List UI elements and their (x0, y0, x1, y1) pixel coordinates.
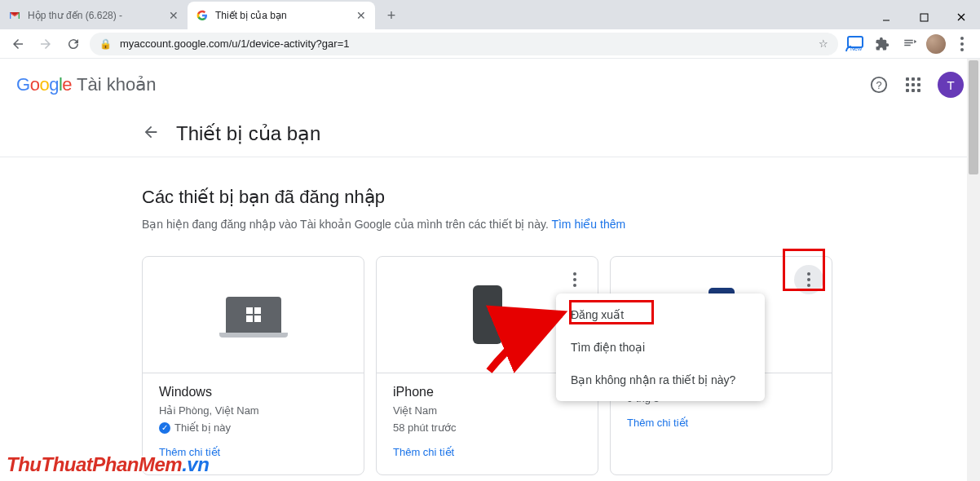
svg-rect-2 (920, 14, 928, 21)
section-title: Các thiết bị bạn đã đăng nhập (142, 187, 825, 208)
reading-list-icon[interactable] (898, 33, 921, 55)
omnibox[interactable]: 🔒 myaccount.google.com/u/1/device-activi… (90, 33, 838, 55)
window-controls (867, 5, 980, 29)
page-title: Thiết bị của bạn (176, 122, 320, 145)
close-window-button[interactable] (942, 5, 980, 29)
bookmark-star-icon[interactable]: ☆ (819, 38, 828, 50)
gmail-icon (8, 9, 21, 22)
learn-more-link[interactable]: Tìm hiểu thêm (551, 218, 625, 231)
menu-item-sign-out[interactable]: Đăng xuất (556, 298, 765, 331)
forward-button[interactable] (34, 33, 57, 55)
tab-title: Hộp thư đến (6.628) - (28, 10, 161, 21)
google-logo[interactable]: Google (16, 74, 72, 95)
device-name: Windows (159, 385, 347, 399)
extensions-icon[interactable] (871, 33, 894, 55)
device-last-active: 58 phút trước (393, 421, 581, 435)
url-text: myaccount.google.com/u/1/device-activity… (120, 38, 810, 50)
back-button[interactable] (7, 33, 29, 55)
minimize-button[interactable] (867, 5, 905, 29)
google-g-icon (196, 9, 209, 22)
device-card-windows[interactable]: Windows Hải Phòng, Việt Nam ✓ Thiết bị n… (142, 256, 364, 475)
device-illustration (143, 257, 364, 373)
more-details-link[interactable]: Thêm chi tiết (393, 446, 581, 458)
close-icon[interactable]: ✕ (168, 10, 179, 21)
scrollbar-thumb[interactable] (969, 60, 978, 174)
back-arrow-icon[interactable] (142, 123, 160, 145)
account-avatar[interactable]: T (938, 72, 964, 98)
address-bar: 🔒 myaccount.google.com/u/1/device-activi… (0, 29, 980, 59)
laptop-icon (226, 297, 281, 333)
close-icon[interactable]: ✕ (355, 10, 367, 21)
tab-gmail[interactable]: Hộp thư đến (6.628) - ✕ (0, 2, 188, 29)
svg-text:New: New (850, 46, 863, 51)
maximize-button[interactable] (905, 5, 942, 29)
watermark: ThuThuatPhanMem.vn ThuThuatPhanMem.vn (7, 453, 209, 476)
help-icon[interactable]: ? (869, 75, 889, 95)
device-menu-button[interactable] (560, 265, 589, 294)
apps-grid-icon[interactable] (903, 75, 923, 95)
svg-text:?: ? (876, 79, 881, 91)
page-title-row: Thiết bị của bạn (0, 111, 980, 157)
product-name: Tài khoản (77, 74, 156, 95)
browser-titlebar: Hộp thư đến (6.628) - ✕ Thiết bị của bạn… (0, 0, 980, 29)
cast-extension-icon[interactable]: New (843, 33, 866, 55)
device-menu-button[interactable] (794, 265, 823, 294)
device-location: Hải Phòng, Việt Nam (159, 404, 347, 418)
menu-item-not-recognize[interactable]: Bạn không nhận ra thiết bị này? (556, 364, 765, 396)
check-icon: ✓ (159, 422, 170, 434)
chrome-menu-icon[interactable] (951, 33, 973, 55)
device-action-menu: Đăng xuất Tìm điện thoại Bạn không nhận … (556, 293, 765, 401)
more-details-link[interactable]: Thêm chi tiết (627, 417, 815, 429)
this-device-badge: ✓ Thiết bị này (159, 421, 347, 435)
menu-item-find-phone[interactable]: Tìm điện thoại (556, 331, 765, 364)
lock-icon: 🔒 (99, 38, 112, 50)
tab-devices[interactable]: Thiết bị của bạn ✕ (188, 2, 375, 29)
tab-title: Thiết bị của bạn (215, 10, 349, 21)
profile-avatar[interactable] (926, 34, 946, 54)
device-location: Việt Nam (393, 404, 581, 418)
device-name: iPhone (393, 385, 581, 399)
new-tab-button[interactable]: + (380, 4, 403, 27)
ga-header: Google Tài khoản ? T (0, 59, 980, 111)
reload-button[interactable] (62, 33, 85, 55)
section-subtitle: Bạn hiện đang đăng nhập vào Tài khoản Go… (142, 216, 825, 233)
iphone-icon (473, 285, 502, 344)
